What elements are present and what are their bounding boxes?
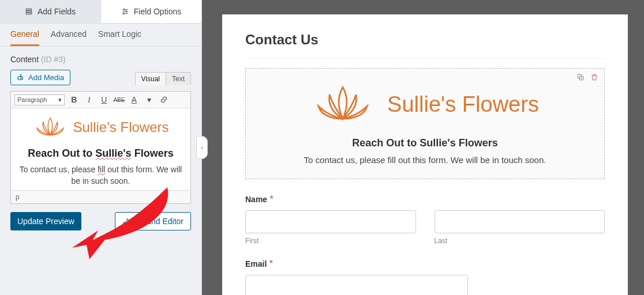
editor-status-bar[interactable]: p (11, 190, 190, 203)
link-button[interactable] (158, 94, 170, 105)
svg-line-12 (123, 222, 126, 224)
tab-label: Add Fields (38, 7, 76, 16)
preview-paragraph: To contact us, please fill out this form… (257, 155, 593, 165)
link-icon (160, 96, 168, 104)
svg-rect-2 (26, 13, 31, 14)
preview-logo-row: Sullie's Flowers (257, 80, 593, 129)
form-preview: Contact Us Sullie's Flowers Reach Out to… (222, 14, 628, 295)
tab-add-fields[interactable]: Add Fields (0, 0, 101, 23)
editor-action-row: Update Preview Expand Editor (0, 204, 201, 239)
field-options-panel: Add Fields Field Options General Advance… (0, 0, 202, 295)
name-field: Name * First Last (245, 194, 605, 245)
text-color-expand-button[interactable]: ▾ (143, 94, 155, 105)
bold-button[interactable]: B (68, 94, 80, 105)
duplicate-field-button[interactable] (576, 73, 585, 83)
subtab-smart-logic[interactable]: Smart Logic (98, 29, 141, 46)
svg-point-9 (18, 76, 21, 80)
svg-rect-1 (26, 11, 31, 12)
content-label: Content (10, 55, 39, 64)
subtab-advanced[interactable]: Advanced (51, 29, 87, 46)
rich-text-editor: Paragraph ▾ B I U ABE A ▾ S (10, 91, 191, 204)
trash-icon (590, 73, 598, 81)
expand-editor-button[interactable]: Expand Editor (115, 212, 191, 230)
svg-rect-0 (26, 9, 31, 10)
field-label-row: Content (ID #3) (0, 47, 201, 70)
editor-mode-tabs: Visual Text (135, 72, 191, 85)
tab-label: Field Options (134, 7, 181, 16)
name-label: Name (245, 195, 267, 204)
copy-icon (576, 73, 585, 81)
email-label: Email (245, 259, 267, 268)
strikethrough-button[interactable]: ABE (113, 94, 125, 105)
svg-point-8 (123, 13, 124, 14)
page-title: Contact Us (245, 32, 605, 59)
editor-toolbar: Paragraph ▾ B I U ABE A ▾ (11, 92, 190, 108)
expand-icon (122, 218, 129, 225)
editor-logo-row: Sullie's Flowers (19, 114, 182, 141)
first-name-sublabel: First (245, 237, 416, 245)
field-action-bar (576, 73, 598, 83)
delete-field-button[interactable] (590, 73, 598, 83)
expand-editor-label: Expand Editor (133, 217, 184, 226)
sliders-icon (121, 7, 129, 16)
lotus-icon (311, 80, 375, 129)
content-field-preview[interactable]: Sullie's Flowers Reach Out to Sullie's F… (245, 68, 605, 179)
svg-line-13 (126, 219, 129, 221)
last-name-sublabel: Last (435, 237, 605, 245)
add-media-button[interactable]: Add Media (10, 70, 70, 85)
required-marker: * (270, 194, 274, 204)
add-media-label: Add Media (28, 73, 64, 82)
svg-point-4 (123, 9, 125, 10)
underline-button[interactable]: U (98, 94, 110, 105)
editor-tab-visual[interactable]: Visual (135, 72, 166, 85)
tab-field-options[interactable]: Field Options (101, 0, 201, 23)
email-field: Email * (245, 259, 605, 295)
editor-tab-text[interactable]: Text (166, 72, 191, 85)
italic-button[interactable]: I (83, 94, 95, 105)
editor-content-area[interactable]: Sullie's Flowers Reach Out to Sullie's F… (11, 108, 190, 190)
media-icon (17, 74, 25, 82)
last-name-input[interactable] (435, 210, 605, 233)
brand-name: Sullie's Flowers (387, 92, 539, 117)
email-input[interactable] (245, 275, 468, 295)
layers-icon (25, 7, 33, 16)
chevron-down-icon: ▾ (58, 96, 62, 104)
subtab-general[interactable]: General (10, 29, 39, 46)
editor-paragraph: To contact us, please fill out this form… (19, 164, 182, 187)
brand-name: Sullie's Flowers (73, 119, 169, 135)
field-id: (ID #3) (41, 55, 66, 64)
first-name-input[interactable] (245, 210, 416, 233)
format-value: Paragraph (17, 96, 47, 103)
lotus-icon (33, 114, 68, 141)
collapse-panel-handle[interactable]: ‹ (196, 136, 208, 159)
update-preview-button[interactable]: Update Preview (10, 212, 81, 230)
format-dropdown[interactable]: Paragraph ▾ (14, 94, 65, 105)
editor-heading: Reach Out to Sullie's Flowers (19, 148, 182, 160)
panel-sub-tabs: General Advanced Smart Logic (0, 24, 201, 47)
svg-point-6 (125, 11, 126, 12)
panel-main-tabs: Add Fields Field Options (0, 0, 201, 24)
preview-heading: Reach Out to Sullie's Flowers (257, 137, 593, 149)
text-color-button[interactable]: A (128, 94, 140, 105)
required-marker: * (269, 259, 273, 268)
